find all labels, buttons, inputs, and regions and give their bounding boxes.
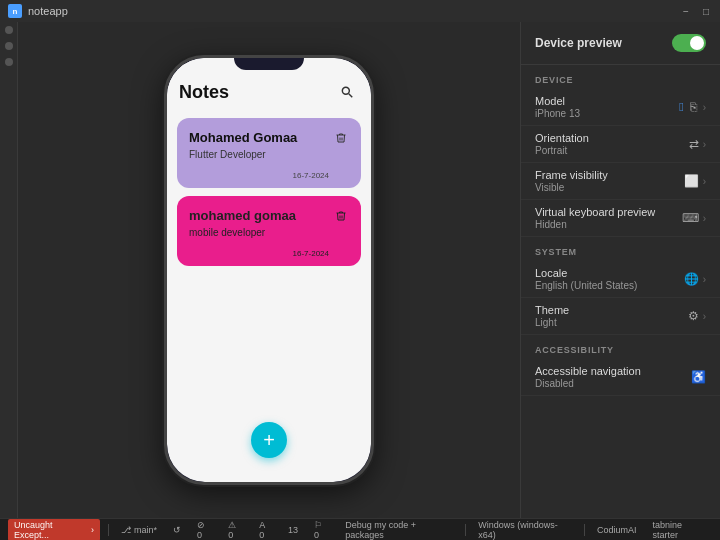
globe-icon: 🌐 [684, 272, 699, 286]
debug-label[interactable]: Debug my code + packages [341, 520, 457, 540]
locale-setting[interactable]: Locale English (United States) 🌐 › [521, 261, 720, 298]
locale-right: 🌐 › [684, 272, 706, 286]
apple-icon:  [679, 100, 683, 114]
keyboard-preview-info: Virtual keyboard preview Hidden [535, 206, 655, 230]
taskbar-sep-2 [465, 524, 466, 536]
phone-screen: Notes Mohamed Gomaa Flutter Developer [167, 58, 371, 482]
frame-visibility-value: Visible [535, 182, 608, 193]
git-sync[interactable]: ↺ [169, 525, 185, 535]
status-errors-text: ⊘ 0 [197, 520, 212, 540]
locale-value: English (United States) [535, 280, 637, 291]
locale-info: Locale English (United States) [535, 267, 637, 291]
note-card-2[interactable]: mohamed gomaa mobile developer 16-7-2024 [177, 196, 361, 266]
frame-visibility-setting[interactable]: Frame visibility Visible ⬜ › [521, 163, 720, 200]
frame-visibility-right: ⬜ › [684, 174, 706, 188]
taskbar: Uncaught Except... › ⎇ main* ↺ ⊘ 0 ⚠ 0 A… [0, 518, 720, 540]
frame-visibility-label: Frame visibility [535, 169, 608, 181]
model-chevron-icon: › [703, 102, 706, 113]
orientation-right: ⇄ › [689, 137, 706, 151]
taskbar-sep-1 [108, 524, 109, 536]
note-2-subtitle: mobile developer [189, 227, 349, 238]
note-2-delete-button[interactable] [331, 206, 351, 226]
status-flag-text: ⚐ 0 [314, 520, 329, 540]
settings-panel: Device preview DEVICE Model iPhone 13  … [520, 22, 720, 518]
gear-icon: ⚙ [688, 309, 699, 323]
device-section-label: DEVICE [521, 65, 720, 89]
locale-label: Locale [535, 267, 637, 279]
note-card-1[interactable]: Mohamed Gomaa Flutter Developer 16-7-202… [177, 118, 361, 188]
minimize-button[interactable]: − [680, 5, 692, 17]
window-controls: − □ [680, 5, 712, 17]
note-2-name: mohamed gomaa [189, 208, 349, 223]
model-icons:  ⎘ › [679, 100, 706, 114]
theme-label: Theme [535, 304, 569, 316]
status-info-text: A 0 [259, 520, 272, 540]
status-count[interactable]: 13 [284, 525, 302, 535]
sidebar-dot-2[interactable] [5, 42, 13, 50]
codium-ai[interactable]: CodiumAI [593, 525, 641, 535]
orientation-info: Orientation Portrait [535, 132, 589, 156]
settings-header: Device preview [521, 22, 720, 65]
taskbar-right: Debug my code + packages Windows (window… [341, 520, 712, 540]
app-icon: n [8, 4, 22, 18]
maximize-button[interactable]: □ [700, 5, 712, 17]
taskbar-sep-3 [584, 524, 585, 536]
platform-label: Windows (windows-x64) [474, 520, 576, 540]
frame-icon: ⬜ [684, 174, 699, 188]
sidebar-dot-1[interactable] [5, 26, 13, 34]
theme-chevron-icon: › [703, 311, 706, 322]
theme-right: ⚙ › [688, 309, 706, 323]
frame-chevron-icon: › [703, 176, 706, 187]
note-2-date: 16-7-2024 [293, 249, 329, 258]
tabnine[interactable]: tabnine starter [648, 520, 712, 540]
theme-value: Light [535, 317, 569, 328]
status-errors[interactable]: ⊘ 0 [193, 520, 216, 540]
locale-chevron-icon: › [703, 274, 706, 285]
platform-text: Windows (windows-x64) [478, 520, 572, 540]
debug-text: Debug my code + packages [345, 520, 453, 540]
phone-icon: ⎘ [690, 100, 697, 114]
status-warnings[interactable]: ⚠ 0 [224, 520, 247, 540]
keyboard-preview-setting[interactable]: Virtual keyboard preview Hidden ⌨ › [521, 200, 720, 237]
accessible-navigation-right: ♿ [691, 370, 706, 384]
keyboard-chevron-icon: › [703, 213, 706, 224]
git-branch-text: main* [134, 525, 157, 535]
keyboard-preview-right: ⌨ › [682, 211, 706, 225]
status-warnings-text: ⚠ 0 [228, 520, 243, 540]
theme-info: Theme Light [535, 304, 569, 328]
status-info[interactable]: A 0 [255, 520, 276, 540]
orientation-setting[interactable]: Orientation Portrait ⇄ › [521, 126, 720, 163]
status-flag[interactable]: ⚐ 0 [310, 520, 333, 540]
git-branch-icon: ⎇ [121, 525, 131, 535]
accessible-icon: ♿ [691, 370, 706, 384]
device-panel: Notes Mohamed Gomaa Flutter Developer [18, 22, 520, 518]
sidebar-dot-3[interactable] [5, 58, 13, 66]
orientation-label: Orientation [535, 132, 589, 144]
svg-point-0 [342, 87, 349, 94]
model-setting[interactable]: Model iPhone 13  ⎘ › [521, 89, 720, 126]
note-1-name: Mohamed Gomaa [189, 130, 349, 145]
svg-line-1 [349, 94, 353, 98]
model-label: Model [535, 95, 580, 107]
search-button[interactable] [335, 80, 359, 104]
note-1-date: 16-7-2024 [293, 171, 329, 180]
codium-ai-text: CodiumAI [597, 525, 637, 535]
accessible-navigation-label: Accessible navigation [535, 365, 641, 377]
accessible-navigation-setting[interactable]: Accessible navigation Disabled ♿ [521, 359, 720, 396]
phone-frame: Notes Mohamed Gomaa Flutter Developer [164, 55, 374, 485]
main-area: Notes Mohamed Gomaa Flutter Developer [0, 22, 720, 518]
note-1-delete-button[interactable] [331, 128, 351, 148]
device-preview-toggle[interactable] [672, 34, 706, 52]
accessible-navigation-info: Accessible navigation Disabled [535, 365, 641, 389]
app-title: Notes [179, 82, 229, 103]
tabnine-text: tabnine starter [652, 520, 708, 540]
error-text: Uncaught Except... [14, 520, 88, 540]
rotate-icon: ⇄ [689, 137, 699, 151]
settings-title: Device preview [535, 36, 622, 50]
error-indicator[interactable]: Uncaught Except... › [8, 519, 100, 541]
keyboard-preview-value: Hidden [535, 219, 655, 230]
git-branch[interactable]: ⎇ main* [117, 525, 161, 535]
error-arrow: › [91, 525, 94, 535]
fab-add-button[interactable]: + [251, 422, 287, 458]
theme-setting[interactable]: Theme Light ⚙ › [521, 298, 720, 335]
